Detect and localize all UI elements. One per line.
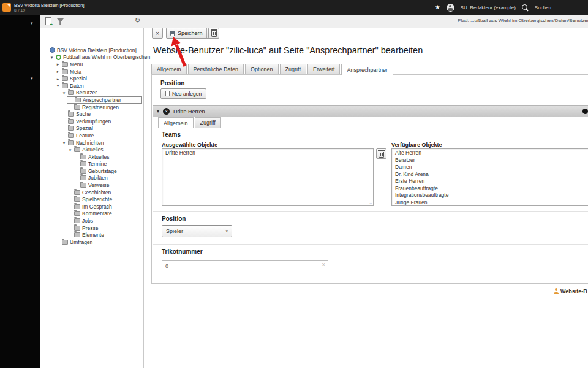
tree-item-label: BSV Viktoria Bielstein [Production]: [57, 47, 137, 53]
refresh-icon[interactable]: ↻: [135, 17, 140, 25]
listbox-option[interactable]: Alte Herren: [392, 150, 588, 157]
top-bar: BSV Viktoria Bielstein [Production] 8.7.…: [0, 0, 588, 15]
tree-item[interactable]: Jubiläen: [40, 175, 142, 182]
tab[interactable]: Zugriff: [280, 64, 306, 74]
app-logo-icon[interactable]: [2, 3, 11, 12]
remove-object-button[interactable]: [376, 148, 386, 159]
tab[interactable]: Allgemein: [151, 64, 187, 74]
tree-item[interactable]: Jobs: [40, 217, 142, 224]
tree-item[interactable]: Registrierungen: [40, 104, 142, 111]
panel-tab-label: Zugriff: [200, 120, 216, 126]
trikotnummer-input[interactable]: [162, 260, 328, 272]
tab[interactable]: Ansprechpartner: [341, 64, 393, 75]
listbox-option[interactable]: Erste Herren: [392, 178, 588, 185]
tree-item[interactable]: Kommentare: [40, 210, 142, 218]
tree-item[interactable]: Umfragen: [40, 239, 142, 246]
application-window: BSV Viktoria Bielstein [Production] 8.7.…: [0, 0, 588, 368]
tree-item-label: Geschichten: [82, 190, 111, 196]
clear-icon[interactable]: ×: [322, 262, 325, 268]
tab[interactable]: Persönliche Daten: [188, 64, 244, 74]
listbox-option[interactable]: Damen: [392, 164, 588, 171]
tab[interactable]: Erweitert: [307, 64, 341, 74]
tab-label: Erweitert: [313, 66, 335, 72]
tab[interactable]: Optionen: [245, 64, 279, 74]
tree-item[interactable]: Verknüpfungen: [40, 118, 142, 125]
tree-item[interactable]: ▾ Nachrichten: [40, 139, 142, 147]
save-button[interactable]: Speichern ▾: [166, 28, 215, 39]
listbox-option[interactable]: Dr. Kind Arena: [392, 171, 588, 178]
tree-item[interactable]: BSV Viktoria Bielstein [Production]: [40, 47, 142, 54]
close-button[interactable]: ×: [152, 28, 163, 39]
tree-expand-icon[interactable]: ▸: [56, 62, 60, 66]
trash-icon: [379, 152, 384, 158]
tree-item-label: Daten: [70, 83, 84, 89]
listbox-resize-icon[interactable]: ⌄: [369, 201, 372, 205]
search-icon[interactable]: [522, 4, 529, 11]
tree-expand-icon[interactable]: ▾: [56, 83, 60, 88]
tree-item[interactable]: Verweise: [40, 182, 142, 189]
tree-item[interactable]: ▾ Aktuelles: [40, 146, 142, 153]
tree-item[interactable]: Ansprechpartner: [67, 96, 142, 104]
tree-item[interactable]: ▸ Meta: [40, 68, 142, 75]
folder-icon: [74, 105, 80, 110]
tree-expand-icon[interactable]: ▾: [68, 148, 72, 152]
listbox-option[interactable]: Beisitzer: [392, 157, 588, 164]
tree-item[interactable]: Aktuelles: [40, 153, 142, 161]
tree-item[interactable]: ▸ Spezial: [40, 75, 142, 82]
app-version: 8.7.19: [14, 8, 25, 12]
tree-expand-icon[interactable]: ▸: [56, 69, 60, 74]
position-select[interactable]: Spieler ▾: [162, 225, 232, 237]
action-strip: ↻ Pfad: ...ußball aus Wiehl im Oberbergi…: [40, 15, 588, 28]
folder-icon: [50, 47, 55, 53]
search-label[interactable]: Suchen: [535, 5, 551, 10]
tree-item[interactable]: Geschichten: [40, 189, 142, 196]
breadcrumb-link[interactable]: ...ußball aus Wiehl im Oberbergischen/Da…: [470, 18, 588, 23]
neu-anlegen-button[interactable]: Neu anlegen: [160, 88, 206, 99]
team-panel-header[interactable]: ▾ × Dritte Herren: [153, 106, 588, 117]
listbox-option[interactable]: Dritte Herren: [162, 150, 373, 157]
tree-item[interactable]: ▾ Fußball aus Wiehl im Oberbergischen: [40, 54, 142, 61]
tree-item[interactable]: Elemente: [40, 231, 142, 239]
tree-item-label: Fußball aus Wiehl im Oberbergischen: [63, 54, 150, 60]
available-objects-listbox[interactable]: Alte Herren Beisitzer Damen Dr. Kind Are…: [391, 148, 588, 206]
folder-icon: [68, 90, 74, 95]
tree-item-label: Verknüpfungen: [76, 118, 111, 125]
filter-icon[interactable]: [57, 18, 64, 25]
collapse-chevron-icon[interactable]: ▾: [157, 109, 159, 114]
tree-expand-icon[interactable]: ▾: [62, 140, 66, 145]
listbox-option[interactable]: Integrationsbeauftragte: [392, 192, 588, 199]
tree-item[interactable]: Feature: [40, 132, 142, 139]
listbox-option[interactable]: Junge Frauen: [392, 199, 588, 207]
favorites-star-icon[interactable]: ★: [435, 4, 440, 10]
sidebar-collapse-icon[interactable]: ▾: [31, 76, 33, 81]
position-select-value: Spieler: [166, 228, 183, 234]
panel-handle-dot[interactable]: [582, 109, 588, 114]
panel-tab-divider: [153, 128, 588, 128]
tree-item[interactable]: Termine: [40, 161, 142, 168]
tree-item[interactable]: Geburtstage: [40, 167, 142, 175]
tree-item[interactable]: ▾ Daten: [40, 82, 142, 90]
panel-tab[interactable]: Zugriff: [195, 117, 221, 128]
listbox-option[interactable]: Frauenbeauftragte: [392, 185, 588, 193]
user-avatar[interactable]: [447, 4, 454, 12]
tree-expand-icon[interactable]: ▸: [56, 77, 60, 81]
tree-item[interactable]: ▸ Menü: [40, 61, 142, 68]
new-page-icon[interactable]: [45, 17, 51, 25]
tree-item[interactable]: ▾ Benutzer: [40, 90, 142, 97]
tree-item[interactable]: Presse: [40, 224, 142, 232]
tree-item[interactable]: Im Gespräch: [40, 203, 142, 210]
tree-item[interactable]: Suche: [40, 110, 142, 118]
selected-objects-listbox[interactable]: Dritte Herren ⌄: [162, 148, 374, 206]
folder-icon: [74, 190, 80, 195]
tree-item[interactable]: Spielberichte: [40, 196, 142, 203]
delete-button[interactable]: [208, 28, 219, 39]
panel-tab[interactable]: Allgemein: [158, 117, 194, 128]
tree-item-label: Kommentare: [82, 210, 112, 217]
tree-item-label: Ansprechpartner: [83, 97, 121, 103]
user-label[interactable]: SU: Redakteur (example): [461, 5, 516, 10]
tree-item[interactable]: Spezial: [40, 125, 142, 132]
remove-panel-icon[interactable]: ×: [163, 108, 170, 115]
tree-expand-icon[interactable]: ▾: [50, 55, 54, 59]
sidebar-collapse-icon[interactable]: ▾: [31, 21, 33, 26]
tree-expand-icon[interactable]: ▾: [62, 91, 66, 95]
